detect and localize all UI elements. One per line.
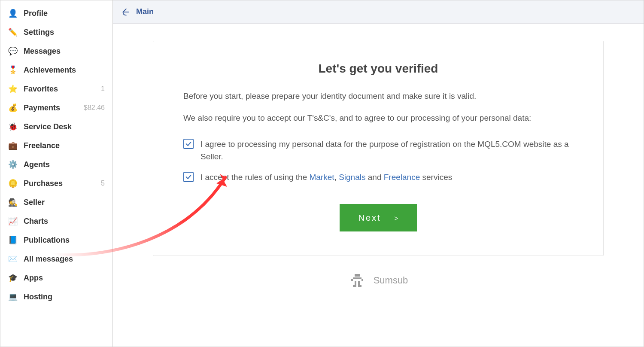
book-icon: 📘	[8, 235, 18, 245]
sidebar-item-label: All messages	[24, 255, 73, 264]
sidebar-item-all-messages[interactable]: ✉️ All messages	[0, 250, 112, 268]
sidebar-item-favorites[interactable]: ⭐ Favorites 1	[0, 79, 112, 98]
sidebar-item-label: Profile	[24, 9, 48, 18]
pencil-icon: ✏️	[8, 27, 18, 37]
svg-rect-3	[361, 279, 363, 281]
sidebar-item-messages[interactable]: 💬 Messages	[0, 42, 112, 61]
breadcrumb-bar: Main	[113, 0, 644, 24]
card-title: Let's get you verified	[183, 62, 573, 76]
verification-card: Let's get you verified Before you start,…	[153, 41, 604, 256]
provider-footer: Sumsub	[349, 273, 408, 288]
card-line-1: Before you start, please prepare your id…	[183, 90, 573, 103]
sidebar-item-badge: 1	[101, 85, 105, 93]
sidebar-item-payments[interactable]: 💰 Payments $82.46	[0, 98, 112, 117]
sidebar: 👤 Profile ✏️ Settings 💬 Messages 🎖️ Achi…	[0, 0, 113, 347]
consent-text-rules: I accept the rules of using the Market, …	[200, 171, 452, 183]
sidebar-item-label: Freelance	[24, 141, 60, 150]
consent-row-rules: I accept the rules of using the Market, …	[183, 171, 573, 183]
consent-row-processing: I agree to processing my personal data f…	[183, 138, 573, 163]
sidebar-item-seller[interactable]: 🕵️ Seller	[0, 193, 112, 212]
sidebar-item-label: Settings	[24, 28, 54, 37]
monitor-icon: 💻	[8, 292, 18, 301]
star-icon: ⭐	[8, 84, 18, 94]
checkbox-rules[interactable]	[183, 172, 194, 182]
svg-rect-5	[358, 281, 360, 285]
sidebar-item-label: Seller	[24, 198, 45, 207]
back-arrow-icon[interactable]	[121, 7, 130, 17]
sidebar-item-publications[interactable]: 📘 Publications	[0, 231, 112, 250]
coins-icon: 💰	[8, 103, 18, 113]
consent-text-processing: I agree to processing my personal data f…	[200, 138, 573, 163]
sidebar-item-label: Purchases	[24, 179, 63, 188]
next-button-label: Next	[358, 213, 381, 222]
person-icon: 👤	[8, 9, 18, 18]
chevron-right-icon: >	[394, 215, 398, 222]
link-freelance[interactable]: Freelance	[384, 173, 420, 182]
svg-rect-6	[353, 285, 356, 287]
chat-icon: 💬	[8, 46, 18, 56]
sidebar-item-badge: 5	[101, 180, 105, 187]
link-signals[interactable]: Signals	[339, 173, 365, 182]
sidebar-item-profile[interactable]: 👤 Profile	[0, 4, 112, 23]
seller-icon: 🕵️	[8, 198, 18, 207]
sidebar-item-achievements[interactable]: 🎖️ Achievements	[0, 61, 112, 79]
graduation-icon: 🎓	[8, 273, 18, 283]
sidebar-item-freelance[interactable]: 💼 Freelance	[0, 136, 112, 155]
briefcase-icon: 💼	[8, 141, 18, 150]
text-segment: I accept the rules of using the	[200, 173, 310, 182]
svg-rect-0	[355, 274, 360, 277]
sidebar-item-hosting[interactable]: 💻 Hosting	[0, 287, 112, 306]
sidebar-item-label: Charts	[24, 217, 48, 226]
medal-icon: 🎖️	[8, 65, 18, 75]
sidebar-item-purchases[interactable]: 🪙 Purchases 5	[0, 174, 112, 193]
checkbox-processing[interactable]	[183, 139, 194, 149]
sidebar-item-label: Payments	[24, 103, 60, 113]
svg-rect-2	[351, 279, 353, 281]
breadcrumb-main[interactable]: Main	[136, 7, 154, 16]
sidebar-item-apps[interactable]: 🎓 Apps	[0, 268, 112, 287]
bug-icon: 🐞	[8, 122, 18, 131]
card-line-2: We also require you to accept our T's&C'…	[183, 112, 573, 125]
svg-rect-4	[355, 281, 356, 285]
text-segment: ,	[334, 173, 339, 182]
svg-rect-1	[353, 277, 361, 279]
sidebar-item-label: Messages	[24, 47, 61, 56]
sidebar-item-label: Hosting	[24, 292, 52, 301]
gear-icon: ⚙️	[8, 160, 18, 169]
sidebar-item-agents[interactable]: ⚙️ Agents	[0, 155, 112, 174]
envelope-icon: ✉️	[8, 254, 18, 264]
text-segment: services	[420, 173, 452, 182]
sidebar-item-label: Apps	[24, 274, 43, 283]
sidebar-item-label: Publications	[24, 236, 70, 245]
sidebar-item-label: Favorites	[24, 85, 58, 94]
provider-name: Sumsub	[374, 275, 408, 286]
text-segment: and	[365, 173, 383, 182]
next-button[interactable]: Next >	[340, 204, 417, 231]
svg-rect-7	[358, 285, 361, 287]
chart-icon: 📈	[8, 216, 18, 226]
sidebar-item-label: Agents	[24, 160, 50, 169]
sumsub-logo-icon	[349, 273, 366, 288]
coin-arrow-icon: 🪙	[8, 179, 18, 188]
sidebar-item-label: Achievements	[24, 66, 76, 75]
sidebar-item-service-desk[interactable]: 🐞 Service Desk	[0, 117, 112, 136]
link-market[interactable]: Market	[310, 173, 334, 182]
sidebar-item-charts[interactable]: 📈 Charts	[0, 212, 112, 231]
sidebar-item-settings[interactable]: ✏️ Settings	[0, 23, 112, 42]
sidebar-item-label: Service Desk	[24, 122, 72, 131]
sidebar-item-badge: $82.46	[84, 104, 105, 112]
